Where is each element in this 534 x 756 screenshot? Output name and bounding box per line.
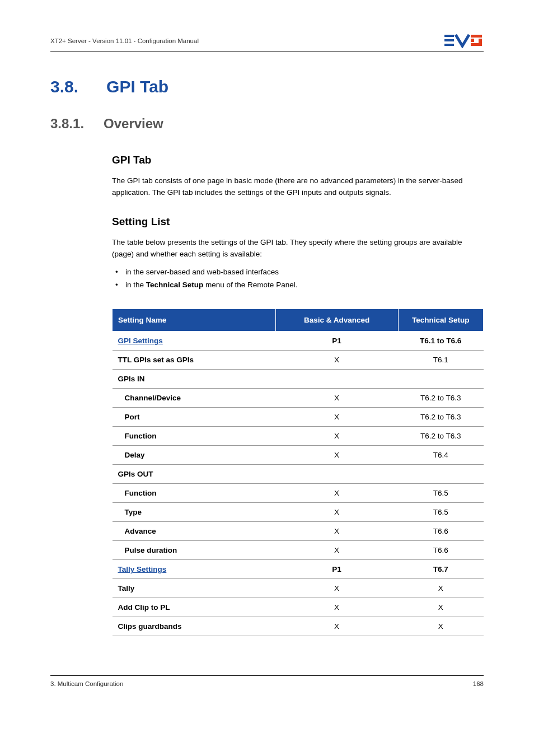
section-heading: 3.8. GPI Tab	[50, 77, 484, 96]
table-row: GPIs IN	[113, 369, 484, 388]
table-row: FunctionXT6.5	[113, 483, 484, 502]
cell-technical-setup: T6.6	[398, 521, 484, 540]
cell-technical-setup	[398, 369, 484, 388]
cell-technical-setup: T6.2 to T6.3	[398, 407, 484, 426]
cell-basic-advanced: X	[275, 540, 398, 559]
doc-title: XT2+ Server - Version 11.01 - Configurat…	[50, 38, 199, 44]
cell-basic-advanced: X	[275, 407, 398, 426]
svg-rect-5	[471, 43, 482, 46]
table-row: Pulse durationXT6.6	[113, 540, 484, 559]
table-row: PortXT6.2 to T6.3	[113, 407, 484, 426]
setting-list-heading: Setting List	[112, 216, 484, 228]
svg-rect-2	[444, 44, 454, 46]
cell-basic-advanced: X	[275, 350, 398, 369]
page-header: XT2+ Server - Version 11.01 - Configurat…	[50, 34, 484, 52]
cell-setting-name: Port	[113, 407, 276, 426]
cell-technical-setup: T6.5	[398, 483, 484, 502]
table-row: GPIs OUT	[113, 464, 484, 483]
cell-basic-advanced: X	[275, 502, 398, 521]
cell-basic-advanced	[275, 369, 398, 388]
table-header-row: Setting Name Basic & Advanced Technical …	[113, 309, 484, 331]
section-number: 3.8.	[50, 77, 78, 96]
content-area: GPI Tab The GPI tab consists of one page…	[112, 154, 484, 636]
cell-setting-name: Advance	[113, 521, 276, 540]
cell-setting-name[interactable]: GPI Settings	[113, 331, 276, 350]
cell-technical-setup: T6.7	[398, 559, 484, 578]
cell-technical-setup	[398, 464, 484, 483]
cell-setting-name: Function	[113, 426, 276, 445]
setting-list-paragraph: The table below presents the settings of…	[112, 237, 484, 260]
table-row: Tally SettingsP1T6.7	[113, 559, 484, 578]
cell-setting-name: Pulse duration	[113, 540, 276, 559]
svg-rect-3	[471, 35, 482, 38]
cell-technical-setup: T6.2 to T6.3	[398, 388, 484, 407]
cell-technical-setup: T6.1 to T6.6	[398, 331, 484, 350]
cell-setting-name: GPIs IN	[113, 369, 276, 388]
cell-basic-advanced: X	[275, 521, 398, 540]
subsection-title: Overview	[104, 116, 163, 132]
bullet-text-pre: in the	[125, 281, 146, 289]
cell-basic-advanced: P1	[275, 331, 398, 350]
footer-right: 168	[473, 680, 484, 687]
cell-technical-setup: X	[398, 617, 484, 636]
cell-basic-advanced: X	[275, 598, 398, 617]
cell-basic-advanced: X	[275, 388, 398, 407]
cell-technical-setup: T6.2 to T6.3	[398, 426, 484, 445]
svg-rect-6	[479, 39, 482, 43]
cell-setting-name: Tally	[113, 578, 276, 598]
cell-technical-setup: T6.1	[398, 350, 484, 369]
bullet-text-bold: Technical Setup	[146, 281, 204, 289]
page-footer: 3. Multicam Configuration 168	[50, 675, 484, 687]
cell-setting-name[interactable]: Tally Settings	[113, 559, 276, 578]
table-row: TTL GPIs set as GPIsXT6.1	[113, 350, 484, 369]
table-row: Clips guardbandsXX	[113, 617, 484, 636]
col-header-technical-setup: Technical Setup	[398, 309, 484, 331]
cell-technical-setup: X	[398, 598, 484, 617]
bullet-item: in the server-based and web-based interf…	[112, 266, 484, 279]
settings-table: Setting Name Basic & Advanced Technical …	[112, 309, 484, 636]
subsection-heading: 3.8.1. Overview	[50, 116, 484, 132]
table-row: FunctionXT6.2 to T6.3	[113, 426, 484, 445]
cell-setting-name: Clips guardbands	[113, 617, 276, 636]
bullet-item: in the Technical Setup menu of the Remot…	[112, 279, 484, 292]
table-row: AdvanceXT6.6	[113, 521, 484, 540]
svg-rect-4	[471, 39, 474, 42]
table-row: Channel/DeviceXT6.2 to T6.3	[113, 388, 484, 407]
cell-setting-name: Type	[113, 502, 276, 521]
setting-list-bullets: in the server-based and web-based interf…	[112, 266, 484, 292]
section-title: GPI Tab	[106, 77, 168, 96]
cell-technical-setup: T6.6	[398, 540, 484, 559]
table-row: TypeXT6.5	[113, 502, 484, 521]
evs-logo	[444, 34, 484, 48]
gpi-tab-heading: GPI Tab	[112, 154, 484, 166]
svg-rect-1	[444, 39, 454, 41]
cell-technical-setup: T6.4	[398, 445, 484, 464]
subsection-number: 3.8.1.	[50, 116, 84, 132]
cell-basic-advanced	[275, 464, 398, 483]
col-header-setting-name: Setting Name	[113, 309, 276, 331]
cell-technical-setup: T6.5	[398, 502, 484, 521]
cell-setting-name: TTL GPIs set as GPIs	[113, 350, 276, 369]
table-row: Add Clip to PLXX	[113, 598, 484, 617]
cell-setting-name: Add Clip to PL	[113, 598, 276, 617]
cell-technical-setup: X	[398, 578, 484, 598]
gpi-tab-paragraph: The GPI tab consists of one page in basi…	[112, 175, 484, 199]
cell-basic-advanced: X	[275, 426, 398, 445]
col-header-basic-advanced: Basic & Advanced	[275, 309, 398, 331]
cell-setting-name: GPIs OUT	[113, 464, 276, 483]
table-row: DelayXT6.4	[113, 445, 484, 464]
cell-setting-name: Channel/Device	[113, 388, 276, 407]
table-row: GPI SettingsP1T6.1 to T6.6	[113, 331, 484, 350]
cell-basic-advanced: X	[275, 617, 398, 636]
cell-basic-advanced: X	[275, 483, 398, 502]
cell-basic-advanced: P1	[275, 559, 398, 578]
bullet-text-post: menu of the Remote Panel.	[203, 281, 297, 289]
cell-basic-advanced: X	[275, 445, 398, 464]
cell-setting-name: Delay	[113, 445, 276, 464]
svg-rect-0	[444, 35, 454, 37]
footer-left: 3. Multicam Configuration	[50, 680, 123, 687]
cell-basic-advanced: X	[275, 578, 398, 598]
cell-setting-name: Function	[113, 483, 276, 502]
table-row: TallyXX	[113, 578, 484, 598]
